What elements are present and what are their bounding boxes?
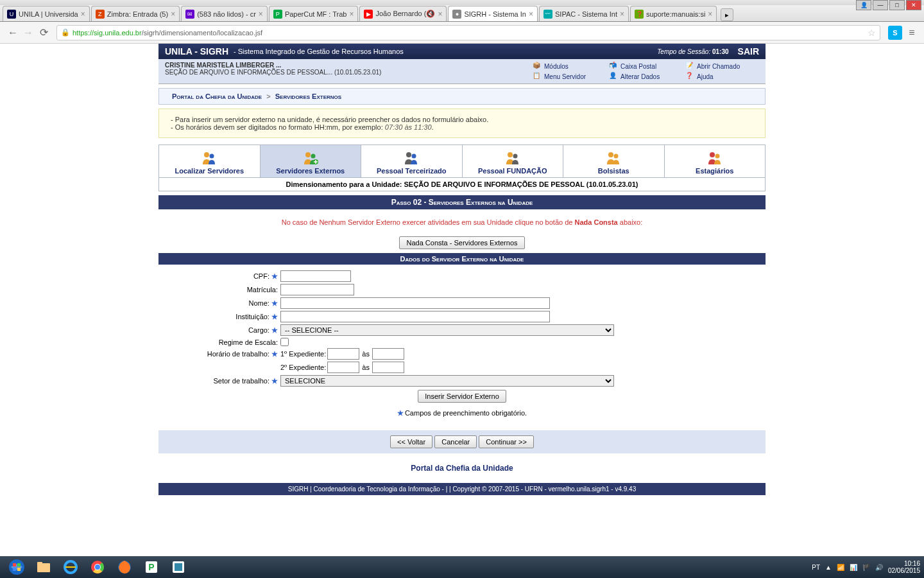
back-button[interactable]: ←: [5, 25, 21, 40]
required-star: ★: [271, 299, 278, 307]
category-tab-label: Localizar Servidores: [162, 167, 257, 175]
server-menu-link[interactable]: 📋Menu Servidor: [533, 72, 606, 81]
category-tab-4[interactable]: Bolsistas: [563, 145, 665, 177]
tab-title: SIGRH - Sistema In: [464, 10, 526, 18]
exp1-end-field[interactable]: [372, 348, 404, 360]
breadcrumb-root[interactable]: Portal da Chefia da Unidade: [172, 92, 262, 100]
close-tab-icon[interactable]: ×: [259, 10, 263, 19]
browser-tab-4[interactable]: ▶João Bernardo (🔇×: [359, 6, 447, 21]
help-link[interactable]: ❓Ajuda: [685, 72, 759, 81]
close-tab-icon[interactable]: ×: [349, 10, 354, 19]
voltar-button[interactable]: << Voltar: [390, 435, 432, 448]
mailbox-link[interactable]: 📬Caixa Postal: [609, 62, 683, 71]
regime-label: Regime de Escala:: [219, 338, 278, 346]
maximize-button[interactable]: □: [889, 0, 905, 10]
close-tab-icon[interactable]: ×: [81, 10, 85, 19]
svg-point-11: [710, 152, 715, 157]
minimize-button[interactable]: —: [873, 0, 888, 10]
tab-title: Zimbra: Entrada (5): [107, 10, 168, 18]
category-tab-label: Pessoal Terceirizado: [364, 167, 459, 175]
svg-point-10: [614, 154, 619, 159]
required-star: ★: [271, 377, 278, 385]
browser-tab-7[interactable]: ❓suporte:manuais:si×: [630, 6, 717, 21]
nome-field[interactable]: [280, 297, 550, 309]
chrome-menu-icon[interactable]: ≡: [905, 27, 919, 39]
session-timer: Tempo de Sessão: 01:30: [657, 48, 728, 55]
new-tab-button[interactable]: ▸: [721, 8, 733, 21]
cancelar-button[interactable]: Cancelar: [434, 435, 477, 448]
system-name: UNILA - SIGRH: [165, 46, 228, 57]
cargo-label: Cargo:: [248, 326, 270, 334]
regime-checkbox[interactable]: [280, 338, 289, 346]
favicon: P: [273, 10, 282, 19]
svg-point-3: [311, 154, 315, 159]
exp2-start-field[interactable]: [327, 362, 359, 373]
user-department: SEÇÃO DE ARQUIVO E INFORMAÇÕES DE PESSOA…: [165, 69, 533, 76]
svg-point-9: [608, 152, 613, 157]
external-server-form: CPF: ★ Matrícula: Nome: ★ Instituição: ★…: [158, 265, 766, 424]
modules-link[interactable]: 📦Módulos: [533, 62, 606, 71]
close-tab-icon[interactable]: ×: [708, 10, 712, 19]
category-tab-0[interactable]: Localizar Servidores: [159, 145, 261, 177]
continuar-button[interactable]: Continuar >>: [479, 435, 534, 448]
bookmark-star-icon[interactable]: ☆: [868, 28, 876, 38]
expediente2-label: 2º Expediente:: [280, 363, 326, 371]
browser-tab-1[interactable]: ZZimbra: Entrada (5)×: [91, 6, 180, 21]
cpf-field[interactable]: [280, 270, 351, 282]
matricula-field[interactable]: [280, 284, 354, 295]
browser-tab-0[interactable]: UUNILA | Universida×: [3, 6, 90, 21]
category-tab-3[interactable]: Pessoal FUNDAÇÃO: [463, 145, 564, 177]
people-icon: [364, 150, 459, 166]
browser-tab-2[interactable]: ✉(583 não lidos) - cr×: [181, 6, 268, 21]
address-bar[interactable]: 🔒 https://sig.unila.edu.br/sigrh/dimensi…: [56, 25, 880, 40]
category-tab-2[interactable]: Pessoal Terceirizado: [361, 145, 463, 177]
close-tab-icon[interactable]: ×: [438, 10, 442, 19]
open-ticket-link[interactable]: 📝Abrir Chamado: [685, 62, 759, 71]
people-icon: [566, 150, 662, 166]
lock-icon: 🔒: [61, 28, 70, 37]
close-tab-icon[interactable]: ×: [529, 10, 533, 19]
matricula-label: Matrícula:: [247, 286, 278, 293]
instituicao-label: Instituição:: [235, 313, 270, 320]
browser-tab-3[interactable]: PPaperCut MF : Trab×: [269, 6, 359, 21]
exp2-end-field[interactable]: [372, 362, 404, 373]
ticket-icon: 📝: [685, 62, 694, 71]
tab-title: UNILA | Universida: [19, 10, 78, 18]
exp1-start-field[interactable]: [327, 348, 359, 360]
browser-tab-strip: UUNILA | Universida×ZZimbra: Entrada (5)…: [0, 5, 924, 22]
user-menu-icon[interactable]: 👤: [856, 0, 871, 10]
inserir-button[interactable]: Inserir Servidor Externo: [418, 390, 506, 403]
cargo-select[interactable]: -- SELECIONE --: [280, 324, 614, 336]
system-description: - Sistema Integrado de Gestão de Recurso…: [234, 48, 404, 55]
category-tab-label: Servidores Externos: [263, 167, 359, 175]
category-tab-5[interactable]: Estagiários: [665, 145, 766, 177]
unit-title: Dimensionamento para a Unidade: SEÇÃO DE…: [158, 178, 766, 191]
logout-link[interactable]: SAIR: [738, 46, 759, 57]
category-tab-1[interactable]: Servidores Externos: [261, 145, 362, 177]
page-footer: SIGRH | Coordenadoria de Tecnologia da I…: [158, 483, 766, 495]
forward-button[interactable]: →: [21, 25, 36, 40]
setor-select[interactable]: SELECIONE: [280, 375, 614, 387]
svg-point-2: [305, 152, 311, 157]
skype-extension-icon[interactable]: S: [888, 26, 902, 40]
favicon: U: [7, 10, 16, 19]
change-data-link[interactable]: 👤Alterar Dados: [609, 72, 683, 81]
as-label: às: [362, 363, 370, 371]
browser-toolbar: ← → ⟳ 🔒 https://sig.unila.edu.br/sigrh/d…: [0, 22, 924, 44]
required-star: ★: [271, 350, 278, 358]
category-tab-label: Pessoal FUNDAÇÃO: [465, 167, 561, 175]
url-scheme: https: [73, 29, 88, 37]
browser-tab-5[interactable]: ●SIGRH - Sistema In×: [448, 6, 538, 21]
reload-button[interactable]: ⟳: [36, 25, 51, 40]
nada-consta-button[interactable]: Nada Consta - Servidores Externos: [399, 236, 524, 249]
browser-tab-6[interactable]: 〰SIPAC - Sistema Int×: [539, 6, 629, 21]
help-icon: ❓: [685, 72, 694, 81]
close-tab-icon[interactable]: ×: [620, 10, 624, 19]
close-tab-icon[interactable]: ×: [171, 10, 175, 19]
category-tabs: Localizar Servidores Servidores Externos…: [158, 144, 766, 178]
mail-icon: 📬: [609, 62, 618, 71]
close-window-button[interactable]: ✕: [906, 0, 921, 10]
instituicao-field[interactable]: [280, 311, 550, 322]
people-icon: [162, 150, 257, 166]
portal-chefia-link[interactable]: Portal da Chefia da Unidade: [411, 464, 513, 473]
